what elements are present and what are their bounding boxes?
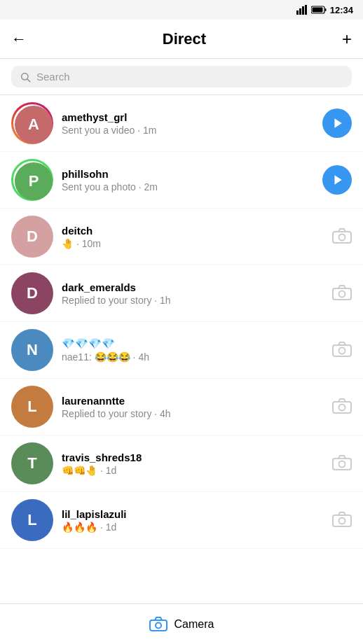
camera-icon: [332, 285, 352, 302]
add-button[interactable]: +: [342, 29, 352, 49]
message-username: amethyst_grl: [62, 111, 314, 123]
message-preview: 👊👊🤚 · 1d: [62, 465, 324, 476]
message-preview: nae11: 😂😂😂 · 4h: [62, 351, 324, 363]
message-content: 💎💎💎💎nae11: 😂😂😂 · 4h: [62, 337, 324, 363]
message-preview: Replied to your story · 1h: [62, 295, 324, 306]
avatar: N: [11, 329, 53, 371]
svg-rect-21: [333, 515, 351, 526]
camera-icon: [332, 228, 352, 245]
message-action[interactable]: [332, 512, 352, 528]
svg-point-22: [339, 518, 345, 524]
avatar: D: [11, 272, 53, 314]
message-preview: Replied to your story · 4h: [62, 408, 324, 419]
page-title: Direct: [163, 30, 206, 48]
message-preview: Sent you a video · 1m: [62, 125, 314, 136]
status-bar: 12:34: [0, 0, 363, 20]
list-item[interactable]: Ttravis_shreds18👊👊🤚 · 1d: [0, 435, 363, 492]
camera-bottom-icon: [149, 617, 167, 632]
message-action[interactable]: [322, 165, 352, 195]
svg-rect-11: [333, 232, 351, 243]
svg-point-16: [339, 348, 345, 354]
svg-point-12: [339, 234, 345, 241]
svg-rect-13: [333, 288, 351, 300]
svg-point-24: [156, 622, 161, 628]
svg-rect-5: [324, 8, 326, 11]
avatar: P: [11, 159, 53, 201]
avatar: L: [11, 499, 53, 541]
message-username: deitch: [62, 225, 324, 237]
message-list: Aamethyst_grlSent you a video · 1mPphill…: [0, 95, 363, 549]
svg-rect-17: [333, 402, 351, 413]
message-action[interactable]: [322, 108, 352, 138]
battery-icon: [311, 6, 327, 14]
message-content: travis_shreds18👊👊🤚 · 1d: [62, 451, 324, 476]
svg-marker-10: [334, 175, 341, 185]
message-username: 💎💎💎💎: [62, 337, 324, 350]
status-time: 12:34: [330, 5, 353, 15]
back-button[interactable]: ←: [11, 30, 27, 48]
play-button[interactable]: [322, 108, 352, 138]
list-item[interactable]: Ddeitch🤚 · 10m: [0, 209, 363, 265]
avatar: A: [11, 102, 53, 144]
message-preview: 🤚 · 10m: [62, 238, 324, 249]
message-preview: Sent you a photo · 2m: [62, 181, 314, 192]
search-icon: [20, 71, 31, 83]
svg-rect-23: [150, 620, 167, 631]
message-content: deitch🤚 · 10m: [62, 225, 324, 249]
message-username: travis_shreds18: [62, 451, 324, 463]
list-item[interactable]: Llil_lapislazuli🔥🔥🔥 · 1d: [0, 492, 363, 549]
svg-rect-3: [305, 5, 307, 15]
message-action[interactable]: [332, 398, 352, 415]
list-item[interactable]: LlaurenanntteReplied to your story · 4h: [0, 379, 363, 435]
message-username: phillsohn: [62, 168, 314, 180]
search-wrapper[interactable]: [11, 66, 352, 88]
message-action[interactable]: [332, 285, 352, 302]
svg-rect-1: [299, 8, 301, 15]
svg-rect-19: [333, 458, 351, 470]
status-icons: 12:34: [296, 5, 353, 15]
svg-point-14: [339, 291, 345, 298]
message-preview: 🔥🔥🔥 · 1d: [62, 522, 324, 533]
avatar: D: [11, 216, 53, 258]
list-item[interactable]: PphillsohnSent you a photo · 2m: [0, 152, 363, 209]
camera-icon: [332, 342, 352, 358]
message-action[interactable]: [332, 455, 352, 472]
message-content: laurenanntteReplied to your story · 4h: [62, 395, 324, 419]
play-button[interactable]: [322, 165, 352, 195]
svg-point-20: [339, 461, 345, 468]
svg-rect-2: [302, 6, 304, 15]
signal-icon: [296, 5, 308, 15]
message-content: amethyst_grlSent you a video · 1m: [62, 111, 314, 136]
svg-point-18: [339, 405, 345, 411]
avatar: L: [11, 386, 53, 428]
search-bar: [0, 59, 363, 95]
message-username: laurenanntte: [62, 395, 324, 407]
bottom-bar[interactable]: Camera: [0, 603, 363, 644]
top-nav: ← Direct +: [0, 20, 363, 59]
message-action[interactable]: [332, 228, 352, 245]
message-content: dark_emeraldsReplied to your story · 1h: [62, 281, 324, 306]
avatar: T: [11, 442, 53, 484]
camera-label: Camera: [174, 618, 214, 631]
list-item[interactable]: N💎💎💎💎nae11: 😂😂😂 · 4h: [0, 322, 363, 379]
message-username: dark_emeralds: [62, 281, 324, 293]
message-content: phillsohnSent you a photo · 2m: [62, 168, 314, 192]
svg-line-8: [27, 79, 30, 82]
message-action[interactable]: [332, 342, 352, 358]
camera-icon: [332, 398, 352, 415]
list-item[interactable]: Aamethyst_grlSent you a video · 1m: [0, 95, 363, 152]
list-item[interactable]: Ddark_emeraldsReplied to your story · 1h: [0, 265, 363, 322]
svg-rect-0: [296, 10, 299, 15]
svg-rect-15: [333, 345, 351, 356]
search-input[interactable]: [36, 71, 343, 83]
camera-icon: [332, 455, 352, 472]
message-username: lil_lapislazuli: [62, 508, 324, 520]
svg-rect-6: [312, 8, 322, 13]
message-content: lil_lapislazuli🔥🔥🔥 · 1d: [62, 508, 324, 533]
camera-icon: [332, 512, 352, 528]
svg-marker-9: [334, 118, 341, 128]
